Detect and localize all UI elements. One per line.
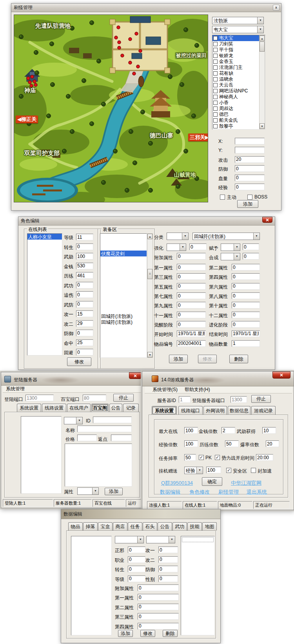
add-item-button[interactable]: 添加: [169, 355, 188, 363]
stat-input[interactable]: [76, 320, 93, 327]
attr-input[interactable]: [177, 273, 206, 280]
description-textarea[interactable]: [65, 444, 132, 487]
tab-martial[interactable]: 武功: [172, 522, 187, 530]
tab-online-users[interactable]: 在线用户: [67, 404, 91, 412]
stat-input[interactable]: [76, 330, 93, 336]
tab-game-log[interactable]: 游戏记录: [251, 406, 276, 415]
menu-help[interactable]: 帮助支持(H): [185, 386, 210, 393]
attr-input[interactable]: [232, 321, 260, 328]
close-icon[interactable]: ✕: [272, 372, 290, 379]
scroll-down-icon[interactable]: ▼: [147, 352, 152, 357]
stat-input[interactable]: [76, 339, 93, 346]
close-icon[interactable]: x: [273, 5, 279, 11]
official-site-link[interactable]: 中华江湖官网: [231, 480, 261, 487]
tab-drops[interactable]: 掉落: [83, 522, 98, 530]
scroll-thumb[interactable]: ≡: [147, 269, 152, 279]
tab-line-settings[interactable]: 线路设置: [42, 404, 66, 412]
chevron-down-icon[interactable]: ▼: [234, 253, 240, 260]
max-online-input[interactable]: [184, 427, 198, 434]
treasure-port-input[interactable]: [83, 395, 106, 401]
id-input[interactable]: [93, 417, 132, 423]
result-listbox[interactable]: [181, 536, 215, 635]
stat-input[interactable]: [76, 272, 93, 279]
login-port-input[interactable]: [25, 395, 54, 401]
tab-system-settings[interactable]: 系统设置: [152, 406, 177, 415]
chevron-down-icon[interactable]: ▼: [182, 233, 188, 240]
attr-input[interactable]: [138, 604, 179, 610]
chevron-down-icon[interactable]: ▼: [92, 488, 98, 494]
add-goods-button[interactable]: 添加: [105, 488, 123, 495]
stop-button[interactable]: 停止: [113, 394, 134, 402]
merit-gain-input[interactable]: [262, 427, 276, 434]
tab-maps[interactable]: 地图: [202, 522, 217, 530]
tab-log[interactable]: 记录: [123, 404, 139, 412]
attr-input[interactable]: [232, 273, 260, 280]
titlebar[interactable]: 刷怪管理: [11, 4, 281, 12]
block-speed-checkbox[interactable]: [251, 468, 256, 473]
chevron-down-icon[interactable]: ▼: [234, 244, 240, 251]
attr-input[interactable]: [158, 547, 178, 553]
chevron-down-icon[interactable]: ▼: [169, 536, 175, 543]
faction-time-input[interactable]: [256, 454, 273, 461]
field-input[interactable]: [235, 165, 265, 172]
data-edit-link[interactable]: 数据编辑: [160, 489, 180, 496]
chevron-down-icon[interactable]: ▼: [196, 467, 203, 474]
attr-input[interactable]: [232, 264, 260, 271]
attr-input[interactable]: [177, 302, 206, 308]
bestow-input[interactable]: [243, 244, 259, 250]
stat-input[interactable]: [76, 282, 93, 289]
goods-listbox[interactable]: [21, 416, 62, 494]
scrollbar[interactable]: ▲ ≡ ▼: [147, 233, 153, 358]
enhance-input[interactable]: [189, 244, 207, 250]
attr-input[interactable]: [158, 556, 178, 563]
attr-input[interactable]: [177, 264, 206, 271]
delete-data-button[interactable]: 删除: [163, 630, 178, 637]
idle-value-input[interactable]: [206, 467, 221, 473]
field-input[interactable]: [235, 156, 265, 163]
stat-input[interactable]: [76, 234, 93, 240]
field-input[interactable]: [235, 184, 265, 190]
attr-input[interactable]: [128, 566, 145, 572]
attr-input[interactable]: [138, 613, 179, 620]
tab-chests[interactable]: 宝盒: [98, 522, 113, 530]
attr-input[interactable]: [232, 302, 260, 308]
tab-notice[interactable]: 公告: [109, 404, 122, 412]
online-player-item[interactable]: 人称小女皇: [27, 234, 62, 240]
attr-input[interactable]: [177, 312, 206, 318]
subcategory-dropdown[interactable]: ▼: [146, 536, 175, 543]
titlebar[interactable]: 角色编辑: [18, 217, 275, 225]
price-input[interactable]: [77, 435, 97, 441]
close-icon[interactable]: ✕: [129, 372, 142, 379]
idle-type-dropdown[interactable]: 经验 ▼: [184, 467, 203, 474]
qq-group-link[interactable]: Q群39500134: [161, 480, 193, 487]
attr-input[interactable]: [232, 312, 260, 318]
stop-button[interactable]: 停止: [251, 395, 271, 403]
menu-system[interactable]: 系统管理(S): [152, 386, 178, 393]
close-icon[interactable]: ✕: [262, 217, 272, 223]
modify-data-button[interactable]: 修改: [140, 630, 155, 637]
faction-war-checkbox[interactable]: [215, 455, 220, 460]
boss-checkbox[interactable]: [247, 195, 252, 200]
bestow-dropdown[interactable]: ▼: [221, 244, 240, 251]
confirm-button[interactable]: 确定: [202, 477, 222, 486]
addattr-input[interactable]: [177, 253, 206, 260]
attr-input[interactable]: [138, 594, 179, 601]
attr-input[interactable]: [138, 584, 179, 591]
field-input[interactable]: [235, 147, 265, 153]
pk-checkbox[interactable]: [199, 455, 204, 460]
add-data-button[interactable]: 添加: [118, 630, 133, 637]
tab-system-settings[interactable]: 系统设置: [17, 404, 41, 412]
attr-input[interactable]: [128, 556, 145, 563]
add-spawn-button[interactable]: 添加: [237, 200, 258, 208]
tab-line-port[interactable]: 线路端口: [178, 406, 203, 415]
game-map[interactable]: 先遣队驻营地 被挖过的菜田 神庙 ◀柳正关 德巴山寨 三邪关▶ 双桨司护支部 山…: [14, 14, 208, 202]
active-checkbox[interactable]: [220, 195, 225, 200]
tab-wan-info[interactable]: 外网说明: [203, 406, 227, 415]
compose-dropdown[interactable]: ▼: [221, 253, 240, 260]
enhance-dropdown[interactable]: ▼: [167, 244, 186, 251]
login-port-input[interactable]: [230, 396, 247, 403]
stat-input[interactable]: [76, 349, 93, 355]
field-input[interactable]: [235, 175, 265, 181]
chevron-down-icon[interactable]: ▼: [253, 233, 260, 240]
classify-dropdown[interactable]: ▼: [167, 233, 189, 240]
